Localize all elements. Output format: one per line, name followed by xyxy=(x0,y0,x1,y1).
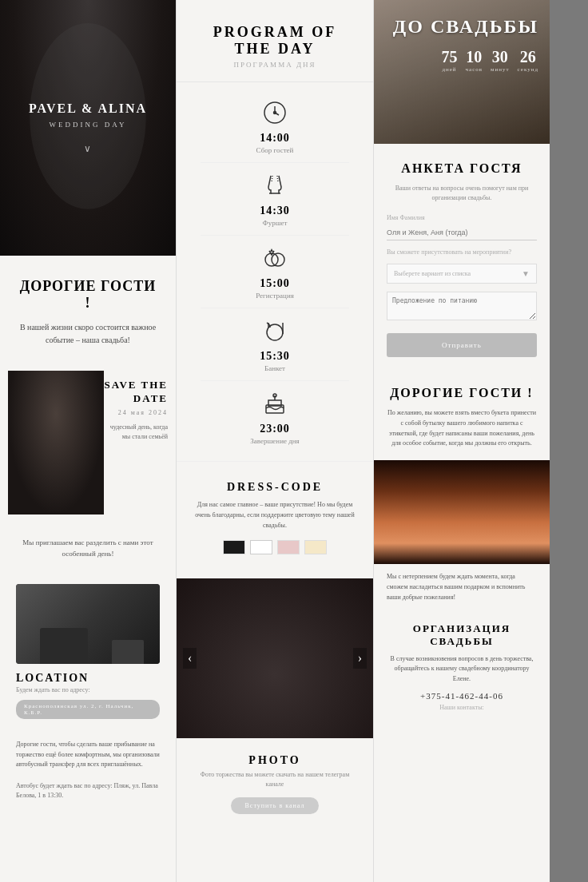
program-item-1: 14:00 Сбор гостей xyxy=(201,90,349,163)
champagne-icon xyxy=(260,171,289,200)
transport-text: Дорогие гости, чтобы сделать ваше прибыв… xyxy=(0,729,176,781)
name-input[interactable] xyxy=(387,225,537,240)
photo-prev-button[interactable]: ‹ xyxy=(183,648,197,669)
program-items: 14:00 Сбор гостей 14:30 Фуршет 15:00 xyxy=(177,82,373,461)
rings-icon xyxy=(260,244,289,272)
countdown-to-label: ДО СВАДЬБЫ xyxy=(393,16,538,38)
org-section: ОРГАНИЗАЦИЯ СВАДЬБЫ В случае возникновен… xyxy=(374,611,550,722)
location-section: LOCATION Будем ждать вас по адресу: Крас… xyxy=(0,574,176,729)
location-title: LOCATION xyxy=(16,672,160,685)
program-desc-4: Банкет xyxy=(264,364,285,372)
program-item-2: 14:30 Фуршет xyxy=(201,163,349,236)
photo-next-button[interactable]: › xyxy=(353,648,367,669)
comment-textarea[interactable] xyxy=(387,292,537,320)
name-field: Имя Фамилия xyxy=(387,214,537,240)
swatch-pink xyxy=(277,540,300,554)
org-title: ОРГАНИЗАЦИЯ СВАДЬБЫ xyxy=(387,622,537,648)
dinner-icon xyxy=(260,316,289,345)
location-address-button[interactable]: Краснополянская ул. 2, г. Нальчик, К.Б.Р… xyxy=(16,700,160,719)
program-subtitle: ПРОГРАММА ДНЯ xyxy=(193,61,357,69)
program-time-5: 23:00 xyxy=(260,423,290,435)
location-subtitle: Будем ждать вас по адресу: xyxy=(16,686,160,693)
countdown-overlay: ДО СВАДЬБЫ 75 дней 10 часов 30 минут 26 … xyxy=(374,0,550,144)
guest-form-title: АНКЕТА ГОСТЯ xyxy=(387,161,537,176)
program-desc-3: Регистрация xyxy=(256,292,294,300)
dear-guests-right-section: ДОРОГИЕ ГОСТИ ! По желанию, вы можете вз… xyxy=(374,370,550,460)
hero-chevron: ∨ xyxy=(29,143,147,155)
photo-subtitle: Фото торжества вы можете скачать на наше… xyxy=(193,770,357,789)
hero-text: PAVEL & ALINA WEDDING DAY ∨ xyxy=(29,101,147,155)
save-date: 24 мая 2024 xyxy=(105,409,168,416)
select-chevron-icon: ▼ xyxy=(522,269,530,278)
photo-channel-button[interactable]: Вступить в канал xyxy=(231,797,320,814)
wait-text: Мы с нетерпением будем ждать момента, ко… xyxy=(374,564,550,610)
program-item-3: 15:00 Регистрация xyxy=(201,236,349,308)
program-time-3: 15:00 xyxy=(260,277,290,290)
program-desc-2: Фуршет xyxy=(263,219,288,227)
photo-hero: ‹ › xyxy=(177,578,373,738)
attend-field: Вы сможете присутствовать на мероприятии… xyxy=(387,248,537,256)
hero-section: PAVEL & ALINA WEDDING DAY ∨ xyxy=(0,0,176,256)
countdown-hours: 10 часов xyxy=(466,49,483,73)
countdown-days: 75 дней xyxy=(442,49,458,73)
hero-subtitle: WEDDING DAY xyxy=(29,121,147,129)
middle-column: PROGRAM OF THE DAY ПРОГРАММА ДНЯ 14:00 С… xyxy=(176,0,374,882)
dresscode-text: Для нас самое главное – ваше присутствие… xyxy=(193,500,357,530)
svg-marker-8 xyxy=(270,248,273,252)
dear-guests-right-title: ДОРОГИЕ ГОСТИ ! xyxy=(387,386,537,400)
save-photo xyxy=(8,371,104,514)
invite-text: Мы приглашаем вас разделить с нами этот … xyxy=(0,522,176,574)
program-time-2: 14:30 xyxy=(260,205,290,217)
program-title: PROGRAM OF THE DAY xyxy=(193,24,357,58)
org-text: В случае возникновения вопросов в день т… xyxy=(387,654,537,685)
program-item-4: 15:30 Банкет xyxy=(201,308,349,381)
right-column: ДО СВАДЬБЫ 75 дней 10 часов 30 минут 26 … xyxy=(374,0,550,882)
swatch-black xyxy=(223,540,245,554)
program-time-4: 15:30 xyxy=(260,350,290,363)
save-the-date-section: SAVE THE DATE 24 мая 2024 чудесный день,… xyxy=(0,363,176,522)
dear-guests-text: В нашей жизни скоро состоится важное соб… xyxy=(16,321,160,347)
save-label-line2: DATE xyxy=(105,392,168,406)
save-caption: чудесный день, когда мы стали семьёй xyxy=(105,423,168,442)
drink-photo xyxy=(374,460,550,564)
location-photo xyxy=(16,584,160,664)
submit-button[interactable]: Отправить xyxy=(387,333,537,357)
program-item-5: 23:00 Завершение дня xyxy=(201,381,349,453)
dear-guests-title: ДОРОГИЕ ГОСТИ ! xyxy=(16,278,160,312)
save-label-line1: SAVE THE xyxy=(105,379,168,392)
guest-form-desc: Ваши ответы на вопросы очень помогут нам… xyxy=(387,184,537,203)
dear-guests-section: ДОРОГИЕ ГОСТИ ! В нашей жизни скоро сост… xyxy=(0,256,176,363)
program-desc-1: Сбор гостей xyxy=(256,146,294,154)
program-desc-5: Завершение дня xyxy=(250,437,300,445)
photo-label: PHOTO Фото торжества вы можете скачать н… xyxy=(177,738,373,825)
name-label: Имя Фамилия xyxy=(387,214,537,221)
save-the-date-text: SAVE THE DATE 24 мая 2024 чудесный день,… xyxy=(105,379,168,442)
swatch-cream xyxy=(304,540,327,554)
attend-label: Вы сможете присутствовать на мероприятии… xyxy=(387,248,537,256)
hero-names: PAVEL & ALINA xyxy=(29,101,147,116)
svg-point-9 xyxy=(267,324,283,340)
photo-section: ‹ › PHOTO Фото торжества вы можете скача… xyxy=(177,578,373,825)
guest-form-section: АНКЕТА ГОСТЯ Ваши ответы на вопросы очен… xyxy=(374,144,550,370)
countdown-seconds: 26 секунд xyxy=(518,49,538,73)
swatch-white xyxy=(250,540,272,554)
dresscode-section: DRESS-CODE Для нас самое главное – ваше … xyxy=(177,461,373,570)
attend-select[interactable]: Выберете вариант из списка ▼ xyxy=(387,264,537,284)
dear-guests-right-text: По желанию, вы можете взять вместо букет… xyxy=(387,408,537,449)
svg-point-4 xyxy=(274,112,276,114)
bus-info: Автобус будет ждать вас по адресу: Пляж,… xyxy=(0,781,176,808)
program-header: PROGRAM OF THE DAY ПРОГРАММА ДНЯ xyxy=(177,0,373,82)
photo-title: PHOTO xyxy=(193,754,357,767)
select-placeholder: Выберете вариант из списка xyxy=(394,270,471,277)
color-swatches xyxy=(193,540,357,554)
cake-icon xyxy=(260,389,289,418)
org-phone: +375-41-462-44-06 xyxy=(387,691,537,701)
clock-icon xyxy=(260,98,289,127)
program-time-1: 14:00 xyxy=(260,132,290,145)
countdown-minutes: 30 минут xyxy=(491,49,509,73)
countdown-section: ДО СВАДЬБЫ 75 дней 10 часов 30 минут 26 … xyxy=(374,0,550,144)
dresscode-title: DRESS-CODE xyxy=(193,481,357,494)
org-contact-label: Наши контакты: xyxy=(387,704,537,711)
left-column: PAVEL & ALINA WEDDING DAY ∨ ДОРОГИЕ ГОСТ… xyxy=(0,0,176,882)
countdown-numbers: 75 дней 10 часов 30 минут 26 секунд xyxy=(442,49,538,73)
